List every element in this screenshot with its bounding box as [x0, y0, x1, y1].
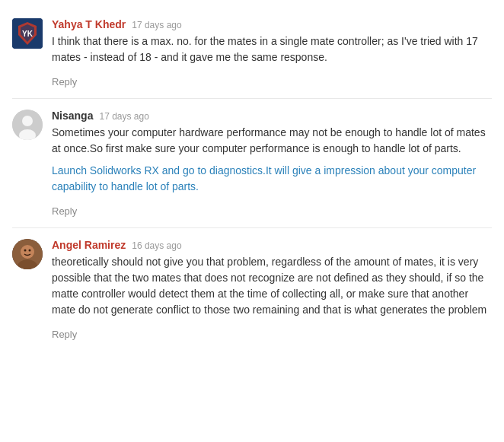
svg-point-11	[29, 250, 31, 252]
comment-paragraph: Sometimes your computer hardware perform…	[52, 125, 492, 157]
comment-text: theoretically should not give you that p…	[52, 254, 492, 318]
comment-header: Yahya T Khedr17 days ago	[52, 18, 492, 30]
highlight-text: Launch Solidworks RX and go to diagnosti…	[52, 164, 476, 192]
comment-item: YK Yahya T Khedr17 days agoI think that …	[12, 8, 492, 99]
comment-paragraph: Launch Solidworks RX and go to diagnosti…	[52, 163, 492, 195]
comment-body: Angel Ramirez16 days agotheoretically sh…	[52, 239, 492, 340]
reply-button[interactable]: Reply	[52, 205, 77, 217]
avatar	[12, 110, 43, 140]
svg-point-10	[24, 250, 27, 252]
comment-body: Nisanga17 days agoSometimes your compute…	[52, 110, 492, 217]
author-name: Angel Ramirez	[52, 239, 126, 251]
svg-text:YK: YK	[22, 30, 33, 38]
comment-time: 16 days ago	[132, 240, 181, 251]
author-name: Yahya T Khedr	[52, 18, 126, 30]
author-name: Nisanga	[52, 110, 93, 122]
avatar: YK	[12, 18, 43, 49]
comment-text: Sometimes your computer hardware perform…	[52, 125, 492, 195]
comment-paragraph: theoretically should not give you that p…	[52, 254, 492, 318]
reply-button[interactable]: Reply	[52, 76, 77, 87]
comment-paragraph: I think that there is a max. no. for the…	[52, 33, 492, 65]
comment-header: Nisanga17 days ago	[52, 110, 492, 122]
avatar	[12, 239, 43, 269]
svg-point-8	[21, 245, 34, 259]
comment-item: Nisanga17 days agoSometimes your compute…	[12, 99, 492, 228]
comment-text: I think that there is a max. no. for the…	[52, 33, 492, 65]
reply-button[interactable]: Reply	[52, 329, 77, 340]
comment-time: 17 days ago	[132, 20, 181, 30]
comment-time: 17 days ago	[99, 111, 148, 122]
comment-item: Angel Ramirez16 days agotheoretically sh…	[12, 228, 492, 351]
comment-header: Angel Ramirez16 days ago	[52, 239, 492, 251]
svg-point-5	[22, 116, 33, 126]
comments-container: YK Yahya T Khedr17 days agoI think that …	[0, 0, 504, 358]
comment-body: Yahya T Khedr17 days agoI think that the…	[52, 18, 492, 87]
